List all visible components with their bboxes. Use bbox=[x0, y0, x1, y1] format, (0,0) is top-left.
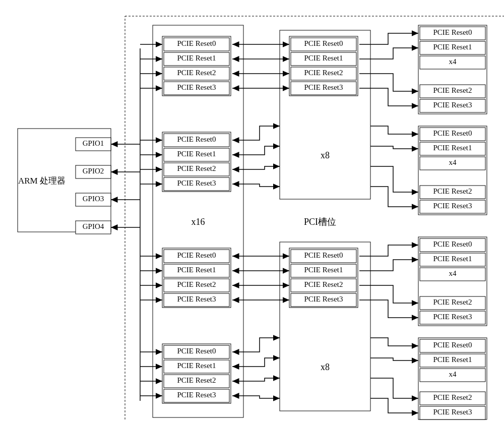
arm-title: ARM 处理器 bbox=[18, 176, 66, 186]
x8-lower-group: PCIE Reset0 PCIE Reset1 PCIE Reset2 PCIE… bbox=[289, 248, 358, 308]
svg-text:PCIE Reset1: PCIE Reset1 bbox=[433, 43, 472, 51]
svg-text:PCIE Reset1: PCIE Reset1 bbox=[177, 266, 216, 274]
svg-text:PCIE Reset2: PCIE Reset2 bbox=[177, 280, 216, 288]
svg-text:PCIE Reset3: PCIE Reset3 bbox=[177, 295, 216, 303]
svg-text:PCIE Reset0: PCIE Reset0 bbox=[177, 135, 216, 143]
svg-text:PCIE Reset3: PCIE Reset3 bbox=[433, 408, 472, 416]
gpio2-label: GPIO2 bbox=[83, 167, 104, 175]
svg-text:PCIE Reset3: PCIE Reset3 bbox=[304, 295, 343, 303]
svg-text:PCIE Reset1: PCIE Reset1 bbox=[177, 362, 216, 370]
svg-text:PCIE Reset2: PCIE Reset2 bbox=[433, 187, 472, 195]
svg-text:PCIE Reset1: PCIE Reset1 bbox=[177, 54, 216, 62]
pci-slot-label: PCI槽位 bbox=[304, 217, 336, 227]
svg-text:x4: x4 bbox=[449, 269, 457, 277]
svg-text:PCIE Reset1: PCIE Reset1 bbox=[433, 355, 472, 364]
svg-text:PCIE Reset0: PCIE Reset0 bbox=[177, 39, 216, 47]
x8-upper-label: x8 bbox=[321, 150, 330, 160]
diagram: ARM 处理器 GPIO1 GPIO2 GPIO3 GPIO4 PCI槽位 x1… bbox=[10, 10, 504, 421]
svg-text:x4: x4 bbox=[449, 370, 457, 378]
svg-text:PCIE Reset2: PCIE Reset2 bbox=[177, 164, 216, 172]
svg-text:PCIE Reset3: PCIE Reset3 bbox=[433, 101, 472, 109]
svg-text:PCIE Reset2: PCIE Reset2 bbox=[433, 86, 472, 94]
svg-text:PCIE Reset0: PCIE Reset0 bbox=[433, 341, 472, 349]
svg-text:PCIE Reset1: PCIE Reset1 bbox=[177, 150, 216, 158]
gpio3-label: GPIO3 bbox=[83, 195, 104, 203]
x8-upper-group: PCIE Reset0 PCIE Reset1 PCIE Reset2 PCIE… bbox=[289, 36, 358, 96]
svg-text:PCIE Reset2: PCIE Reset2 bbox=[304, 280, 343, 288]
svg-text:PCIE Reset1: PCIE Reset1 bbox=[304, 54, 343, 62]
x8-lower-label: x8 bbox=[321, 362, 330, 372]
svg-text:PCIE Reset2: PCIE Reset2 bbox=[304, 69, 343, 77]
gpio4-label: GPIO4 bbox=[83, 222, 104, 230]
svg-text:PCIE Reset3: PCIE Reset3 bbox=[433, 313, 472, 321]
svg-text:PCIE Reset1: PCIE Reset1 bbox=[304, 266, 343, 274]
gpio-group: GPIO1 GPIO2 GPIO3 GPIO4 bbox=[76, 138, 111, 234]
svg-text:PCIE Reset3: PCIE Reset3 bbox=[177, 179, 216, 187]
x16-label: x16 bbox=[192, 217, 205, 227]
svg-text:PCIE Reset3: PCIE Reset3 bbox=[433, 202, 472, 210]
svg-text:x4: x4 bbox=[449, 158, 457, 166]
svg-text:PCIE Reset0: PCIE Reset0 bbox=[433, 28, 472, 36]
svg-text:PCIE Reset3: PCIE Reset3 bbox=[177, 83, 216, 91]
x4-groups: PCIE Reset0 PCIE Reset1 x4 PCIE Reset2 P… bbox=[418, 25, 487, 419]
svg-text:PCIE Reset2: PCIE Reset2 bbox=[433, 298, 472, 306]
svg-text:PCIE Reset3: PCIE Reset3 bbox=[304, 83, 343, 91]
svg-text:PCIE Reset2: PCIE Reset2 bbox=[177, 376, 216, 384]
svg-text:PCIE Reset0: PCIE Reset0 bbox=[433, 240, 472, 248]
gpio1-label: GPIO1 bbox=[83, 139, 104, 147]
svg-text:PCIE Reset0: PCIE Reset0 bbox=[433, 129, 472, 137]
svg-text:PCIE Reset0: PCIE Reset0 bbox=[304, 251, 343, 259]
svg-text:PCIE Reset0: PCIE Reset0 bbox=[177, 347, 216, 355]
svg-text:PCIE Reset2: PCIE Reset2 bbox=[177, 69, 216, 77]
svg-text:PCIE Reset0: PCIE Reset0 bbox=[177, 251, 216, 259]
svg-text:PCIE Reset0: PCIE Reset0 bbox=[304, 39, 343, 47]
svg-text:PCIE Reset1: PCIE Reset1 bbox=[433, 255, 472, 263]
svg-text:PCIE Reset1: PCIE Reset1 bbox=[433, 144, 472, 152]
svg-text:PCIE Reset3: PCIE Reset3 bbox=[177, 391, 216, 399]
svg-text:x4: x4 bbox=[449, 57, 457, 66]
svg-text:PCIE Reset2: PCIE Reset2 bbox=[433, 393, 472, 401]
